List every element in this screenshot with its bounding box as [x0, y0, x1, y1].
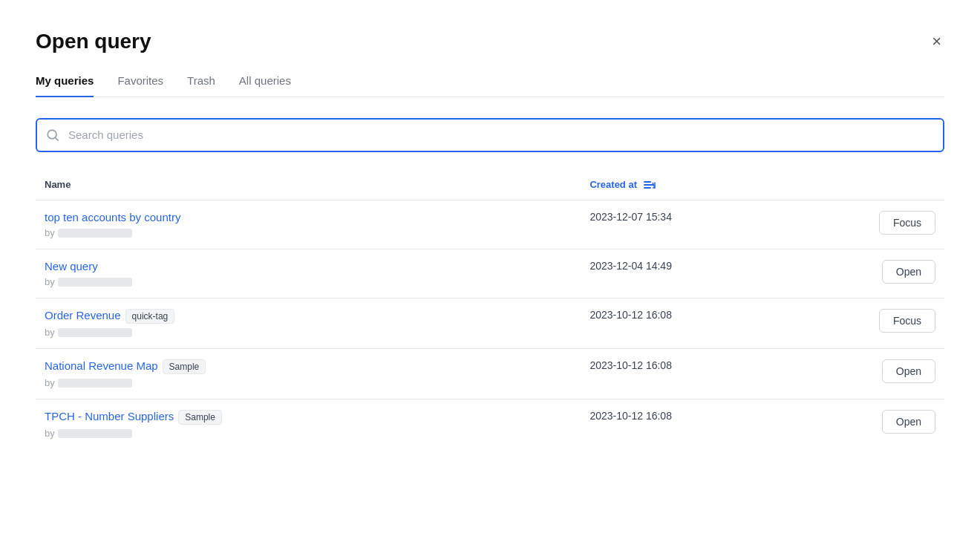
- dialog-header: Open query ×: [36, 30, 944, 53]
- table-row: top ten accounts by countryby2023-12-07 …: [36, 200, 944, 249]
- open-button[interactable]: Open: [882, 359, 935, 383]
- search-container: [36, 118, 944, 152]
- open-query-dialog: Open query × My queries Favorites Trash …: [0, 0, 980, 542]
- col-header-created[interactable]: Created at: [581, 173, 835, 200]
- query-author-row: by: [45, 327, 572, 338]
- author-placeholder: [58, 278, 132, 287]
- focus-button[interactable]: Focus: [879, 211, 935, 235]
- query-tag: Sample: [178, 410, 222, 425]
- by-label: by: [45, 227, 55, 238]
- queries-table: Name Created at top: [36, 173, 944, 450]
- sort-icon: [643, 179, 656, 191]
- by-label: by: [45, 327, 55, 338]
- col-header-action: [835, 173, 944, 200]
- open-button[interactable]: Open: [882, 260, 935, 284]
- tab-all-queries[interactable]: All queries: [239, 74, 291, 97]
- query-tag: quick-tag: [125, 309, 175, 324]
- query-name-link[interactable]: New query: [45, 260, 98, 272]
- table-row: New queryby2023-12-04 14:49Open: [36, 249, 944, 298]
- close-button[interactable]: ×: [929, 30, 944, 53]
- query-tag: Sample: [163, 359, 206, 374]
- query-created-at: 2023-12-07 15:34: [581, 200, 835, 249]
- query-created-at: 2023-10-12 16:08: [581, 349, 835, 399]
- by-label: by: [45, 377, 55, 388]
- author-placeholder: [58, 229, 132, 238]
- tab-trash[interactable]: Trash: [187, 74, 215, 97]
- query-author-row: by: [45, 227, 572, 238]
- tab-bar: My queries Favorites Trash All queries: [36, 74, 944, 97]
- tab-favorites[interactable]: Favorites: [117, 74, 163, 97]
- open-button[interactable]: Open: [882, 410, 935, 434]
- table-row: TPCH - Number SuppliersSampleby2023-10-1…: [36, 399, 944, 450]
- by-label: by: [45, 276, 55, 287]
- query-author-row: by: [45, 428, 572, 439]
- search-icon: [46, 128, 59, 142]
- query-name-link[interactable]: Order Revenue: [45, 309, 121, 321]
- dialog-title: Open query: [36, 30, 151, 53]
- query-created-at: 2023-10-12 16:08: [581, 298, 835, 349]
- by-label: by: [45, 428, 55, 439]
- table-row: National Revenue MapSampleby2023-10-12 1…: [36, 349, 944, 399]
- table-row: Order Revenuequick-tagby2023-10-12 16:08…: [36, 298, 944, 349]
- query-author-row: by: [45, 377, 572, 388]
- svg-line-1: [55, 137, 58, 140]
- author-placeholder: [58, 328, 132, 337]
- query-created-at: 2023-10-12 16:08: [581, 399, 835, 450]
- search-input[interactable]: [36, 118, 944, 152]
- query-name-link[interactable]: top ten accounts by country: [45, 211, 180, 223]
- query-name-link[interactable]: TPCH - Number Suppliers: [45, 410, 174, 422]
- query-name-link[interactable]: National Revenue Map: [45, 359, 158, 372]
- focus-button[interactable]: Focus: [879, 309, 935, 333]
- tab-my-queries[interactable]: My queries: [36, 74, 94, 97]
- author-placeholder: [58, 379, 132, 388]
- query-created-at: 2023-12-04 14:49: [581, 249, 835, 298]
- query-author-row: by: [45, 276, 572, 287]
- col-header-name: Name: [36, 173, 581, 200]
- author-placeholder: [58, 429, 132, 438]
